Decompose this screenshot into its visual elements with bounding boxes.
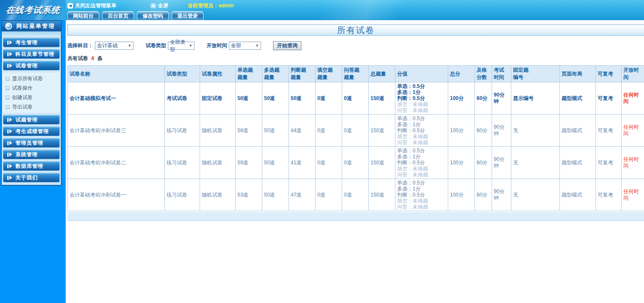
paper-mgmt-submenu: 显示所有试卷 试卷操作 创建试卷 导出试卷: [3, 73, 60, 113]
top-tab-row: 网站前台 后台首页 修改密码 退出登录: [66, 11, 644, 20]
play-bar-icon: [7, 64, 12, 68]
close-left-menu-button[interactable]: ◀ 关闭左边管理菜单: [67, 2, 116, 9]
table-cell: 无: [511, 115, 560, 147]
table-cell-open-time: 任何时间: [622, 115, 644, 147]
play-bar-icon: [7, 164, 12, 168]
table-cell: 可复考: [596, 179, 622, 211]
subject-filter-label: 选择科目：: [67, 42, 93, 49]
paper-count-row: 共有试卷 4 条: [67, 55, 644, 62]
papers-table: 试卷名称 试卷类型 试卷属性 单选题 题量 多选题 题量 判断题 题量 填空题 …: [67, 65, 644, 211]
fullscreen-button[interactable]: 全屏: [151, 2, 168, 9]
table-cell-scores: 单选：0.5分 多选：1分 判断：0.5分 填空：未抽题 问答：未抽题: [395, 147, 448, 179]
sidebar-item-subject-chapter-mgmt[interactable]: 科目及章节管理: [3, 49, 60, 59]
table-cell: 100分: [448, 115, 475, 147]
tab-logout[interactable]: 退出登录: [172, 11, 204, 20]
table-cell: 50道: [289, 82, 316, 115]
sidebar-item-paper-mgmt[interactable]: 试卷管理: [3, 61, 60, 70]
top-header: 在线考试系统 ◀ 关闭左边管理菜单 全屏 当前管理员：admin 网站前台 后台…: [0, 0, 644, 20]
paper-type-select[interactable]: 全部类型 ▼: [168, 42, 194, 50]
table-row: 会计基础考前冲刺试卷三 练习试卷 随机试卷 56道 50道 44道 0道 0道 …: [68, 115, 644, 147]
submenu-export-paper[interactable]: 导出试卷: [6, 102, 60, 112]
col-single-count: 单选题 题量: [236, 66, 262, 82]
sidebar-header: 网站菜单管理: [2, 21, 61, 32]
table-cell: 90分钟: [492, 147, 511, 179]
table-cell: 0道: [342, 179, 369, 211]
table-cell: 100分: [448, 179, 475, 211]
paper-count-suffix: 条: [97, 55, 102, 61]
submenu-show-all-papers[interactable]: 显示所有试卷: [6, 74, 60, 83]
table-cell: 0道: [316, 147, 342, 179]
table-cell: 随机试卷: [200, 179, 236, 211]
table-cell: 60分: [475, 115, 492, 147]
table-cell: 题型模式: [560, 147, 596, 179]
chevron-down-icon: ▼: [128, 44, 131, 48]
tab-admin-home[interactable]: 后台首页: [102, 11, 134, 20]
paper-count-value: 4: [91, 55, 94, 61]
table-cell: 150道: [369, 115, 395, 147]
table-row: 会计基础模拟考试一 考试试卷 固定试卷 50道 50道 50道 0道 0道 15…: [68, 82, 644, 115]
table-cell: 59道: [236, 147, 262, 179]
open-time-select[interactable]: 全部 ▼: [229, 42, 261, 50]
page-body: 网站菜单管理 考生管理 科目及章节管理 试卷管理 显示所有试卷: [0, 20, 644, 303]
table-header-row: 试卷名称 试卷类型 试卷属性 单选题 题量 多选题 题量 判断题 题量 填空题 …: [68, 66, 644, 82]
table-cell: 随机试卷: [200, 115, 236, 147]
filter-row: 选择科目： 会计基础 ▼ 试卷类型 全部类型 ▼ 开放时间 全部 ▼ 开始查询: [67, 41, 644, 50]
table-cell-open-time: 任何时间: [622, 179, 644, 211]
table-cell: 0道: [342, 82, 369, 115]
table-cell: 固定试卷: [200, 82, 236, 115]
col-retake: 可复考: [596, 66, 622, 82]
square-bullet-icon: [6, 105, 9, 109]
table-cell: 60分: [475, 147, 492, 179]
sidebar-item-admin-mgmt[interactable]: 管理员管理: [3, 138, 60, 148]
table-cell: 题型模式: [560, 115, 596, 147]
subject-select[interactable]: 会计基础 ▼: [95, 42, 134, 50]
col-paper-name: 试卷名称: [68, 66, 165, 82]
table-cell: 150道: [369, 179, 395, 211]
play-bar-icon: [7, 40, 12, 45]
table-cell: 50道: [262, 115, 289, 147]
collapse-left-arrow-icon: ◀: [67, 3, 73, 9]
tab-site-frontend[interactable]: 网站前台: [67, 11, 99, 20]
sidebar-item-database-mgmt[interactable]: 数据库管理: [3, 161, 60, 171]
tab-change-password[interactable]: 修改密码: [137, 11, 169, 20]
play-bar-icon: [7, 118, 12, 122]
sidebar-item-examinee-mgmt[interactable]: 考生管理: [3, 38, 60, 47]
open-time-filter-label: 开放时间: [207, 42, 227, 49]
table-cell: 53道: [236, 179, 262, 211]
col-blank-count: 填空题 题量: [316, 66, 342, 82]
page-title-bar: 所有试卷: [67, 24, 644, 36]
submenu-create-paper[interactable]: 创建试卷: [6, 93, 60, 102]
start-query-button[interactable]: 开始查询: [273, 41, 301, 50]
play-bar-icon: [7, 52, 12, 56]
submenu-paper-operation[interactable]: 试卷操作: [6, 83, 60, 93]
fullscreen-label: 全屏: [158, 2, 168, 9]
table-cell: 无: [511, 179, 560, 211]
sidebar-item-question-mgmt[interactable]: 试题管理: [3, 115, 60, 124]
table-row: 会计基础考前冲刺试卷二 练习试卷 随机试卷 59道 50道 41道 0道 0道 …: [68, 147, 644, 179]
table-cell: 150道: [369, 82, 395, 115]
table-cell: 90分钟: [492, 115, 511, 147]
sidebar-item-score-mgmt[interactable]: 考生成绩管理: [3, 127, 60, 136]
table-cell: 0道: [342, 147, 369, 179]
col-score-values: 分值: [395, 66, 448, 82]
table-row: 会计基础考前冲刺试卷一 练习试卷 随机试卷 53道 50道 47道 0道 0道 …: [68, 179, 644, 211]
square-bullet-icon: [6, 86, 9, 90]
table-cell: 会计基础考前冲刺试卷三: [68, 115, 165, 147]
sidebar-item-system-mgmt[interactable]: 系统管理: [3, 150, 60, 159]
table-cell: 练习试卷: [165, 179, 200, 211]
col-paper-type: 试卷类型: [165, 66, 200, 82]
sidebar-item-about-us[interactable]: 关于我们: [3, 173, 60, 182]
table-cell: 可复考: [596, 147, 622, 179]
table-cell: 题型模式: [560, 179, 596, 211]
globe-sphere-icon: [5, 23, 12, 30]
current-admin-label: 当前管理员：admin: [188, 2, 234, 9]
col-multi-count: 多选题 题量: [262, 66, 289, 82]
table-cell-scores: 单选：0.5分 多选：1分 判断：0.5分 填空：未抽题 问答：未抽题: [395, 115, 448, 147]
paper-count-prefix: 共有试卷: [67, 55, 88, 61]
table-cell-scores: 单选：0.5分 多选：1分 判断：0.5分 填空：未抽题 问答：未抽题: [395, 82, 448, 115]
table-cell: 60分: [475, 82, 492, 115]
top-utility-row: ◀ 关闭左边管理菜单 全屏 当前管理员：admin: [66, 0, 644, 11]
table-cell: 100分: [448, 147, 475, 179]
table-cell: 47道: [289, 179, 316, 211]
table-cell: 可复考: [596, 82, 622, 115]
